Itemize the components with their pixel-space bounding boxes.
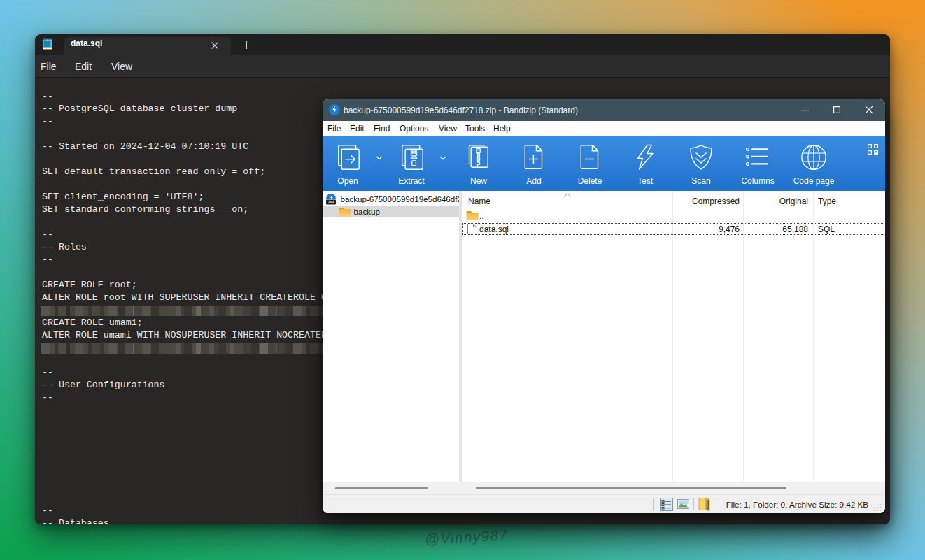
svg-text:ZIP: ZIP [328, 200, 334, 204]
